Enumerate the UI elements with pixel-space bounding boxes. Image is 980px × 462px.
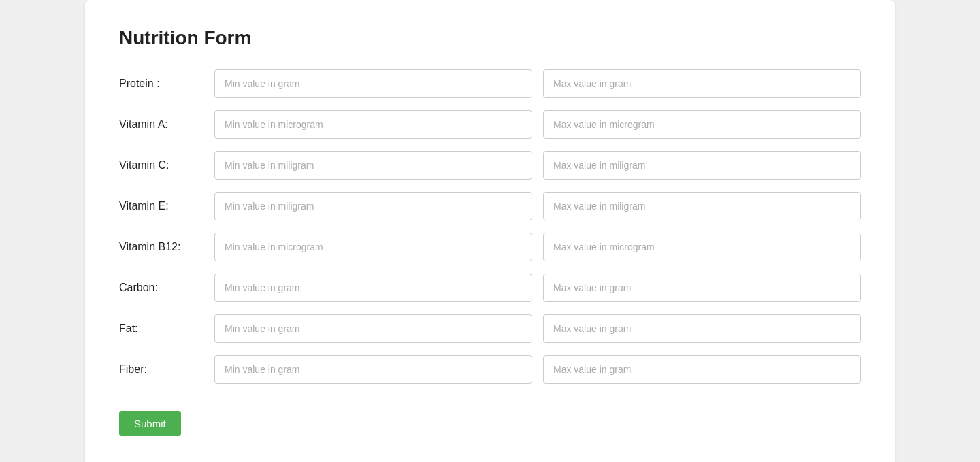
- label-vitamin_e: Vitamin E:: [119, 200, 214, 212]
- min-input-vitamin_b12[interactable]: [214, 233, 532, 261]
- input-pair-fiber: [214, 355, 861, 384]
- input-pair-protein: [214, 69, 861, 98]
- max-input-carbon[interactable]: [543, 274, 861, 302]
- row-protein: Protein :: [119, 69, 861, 98]
- label-vitamin_b12: Vitamin B12:: [119, 241, 214, 253]
- label-carbon: Carbon:: [119, 282, 214, 294]
- min-input-fat[interactable]: [214, 314, 532, 343]
- input-pair-vitamin_c: [214, 151, 861, 180]
- form-title: Nutrition Form: [119, 27, 861, 49]
- label-vitamin_a: Vitamin A:: [119, 118, 214, 131]
- input-pair-vitamin_e: [214, 192, 861, 220]
- input-pair-fat: [214, 314, 861, 343]
- row-vitamin_b12: Vitamin B12:: [119, 233, 861, 261]
- row-carbon: Carbon:: [119, 274, 861, 302]
- input-pair-vitamin_b12: [214, 233, 861, 261]
- max-input-vitamin_e[interactable]: [543, 192, 861, 220]
- min-input-vitamin_e[interactable]: [214, 192, 532, 220]
- min-input-vitamin_a[interactable]: [214, 110, 532, 139]
- max-input-vitamin_a[interactable]: [543, 110, 861, 139]
- row-vitamin_a: Vitamin A:: [119, 110, 861, 139]
- input-pair-carbon: [214, 274, 861, 302]
- min-input-carbon[interactable]: [214, 274, 532, 302]
- nutrition-form-container: Nutrition Form Protein :Vitamin A:Vitami…: [85, 0, 895, 462]
- row-fat: Fat:: [119, 314, 861, 343]
- row-vitamin_c: Vitamin C:: [119, 151, 861, 180]
- row-vitamin_e: Vitamin E:: [119, 192, 861, 220]
- label-vitamin_c: Vitamin C:: [119, 159, 214, 171]
- label-protein: Protein :: [119, 78, 214, 90]
- max-input-fiber[interactable]: [543, 355, 861, 384]
- label-fiber: Fiber:: [119, 363, 214, 376]
- max-input-vitamin_c[interactable]: [543, 151, 861, 180]
- input-pair-vitamin_a: [214, 110, 861, 139]
- max-input-protein[interactable]: [543, 69, 861, 98]
- label-fat: Fat:: [119, 323, 214, 335]
- min-input-fiber[interactable]: [214, 355, 532, 384]
- max-input-fat[interactable]: [543, 314, 861, 343]
- max-input-vitamin_b12[interactable]: [543, 233, 861, 261]
- submit-button[interactable]: Submit: [119, 411, 181, 436]
- min-input-protein[interactable]: [214, 69, 532, 98]
- row-fiber: Fiber:: [119, 355, 861, 384]
- min-input-vitamin_c[interactable]: [214, 151, 532, 180]
